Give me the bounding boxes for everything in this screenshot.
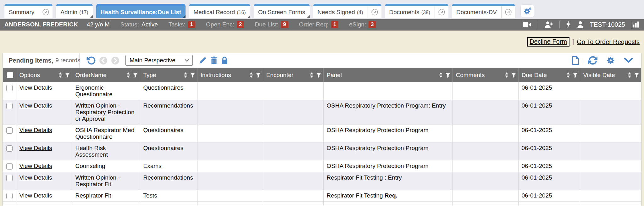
grid-settings-button[interactable] bbox=[606, 56, 615, 65]
filter-icon[interactable] bbox=[445, 72, 451, 78]
tab-external-section[interactable] bbox=[39, 6, 53, 18]
quick-action-button[interactable] bbox=[566, 21, 571, 28]
cell-instructions bbox=[197, 142, 263, 160]
filter-icon[interactable] bbox=[190, 72, 195, 78]
tab[interactable]: Medical Record (16) bbox=[189, 4, 250, 18]
person-add-button[interactable] bbox=[544, 21, 553, 28]
cell-type: Tests bbox=[140, 190, 197, 202]
tab-label: On Screen Forms bbox=[258, 9, 305, 16]
chart-button[interactable] bbox=[631, 21, 640, 28]
view-details-link[interactable]: View Details bbox=[19, 174, 52, 181]
view-details-link[interactable]: View Details bbox=[19, 127, 52, 133]
row-checkbox[interactable] bbox=[6, 175, 13, 181]
cell-order-name: Written Opinion - Respirator Fit bbox=[72, 172, 140, 190]
select-all-checkbox[interactable] bbox=[7, 72, 13, 78]
row-checkbox[interactable] bbox=[6, 145, 13, 152]
filter-icon[interactable] bbox=[256, 72, 261, 78]
decline-form-link[interactable]: Decline Form bbox=[530, 38, 567, 45]
cell-order-name: Counseling bbox=[72, 160, 140, 172]
prev-button[interactable] bbox=[99, 56, 108, 65]
delete-perspective-button[interactable] bbox=[210, 56, 218, 64]
filter-icon[interactable] bbox=[573, 72, 578, 78]
video-camera-button[interactable] bbox=[523, 22, 531, 28]
sort-icon[interactable] bbox=[126, 72, 130, 78]
new-document-icon bbox=[572, 56, 580, 65]
count-badge[interactable]: 2 bbox=[237, 21, 244, 28]
view-details-link[interactable]: View Details bbox=[19, 102, 52, 109]
tab-menu-dogear-icon[interactable] bbox=[307, 15, 310, 18]
column-header[interactable]: OrderName bbox=[72, 68, 140, 82]
sort-icon[interactable] bbox=[183, 72, 188, 78]
column-label: Panel bbox=[327, 72, 342, 79]
tab[interactable]: Summary bbox=[4, 4, 53, 18]
row-checkbox[interactable] bbox=[6, 103, 13, 109]
column-header[interactable]: Visible Date bbox=[580, 68, 641, 82]
tab-settings-button[interactable] bbox=[520, 4, 534, 17]
sort-icon[interactable] bbox=[504, 72, 509, 78]
sort-icon[interactable] bbox=[439, 72, 443, 78]
export-button[interactable] bbox=[572, 56, 580, 65]
view-details-link[interactable]: View Details bbox=[19, 192, 52, 199]
count-badge[interactable]: 1 bbox=[188, 21, 195, 28]
next-button[interactable] bbox=[111, 56, 119, 65]
panel-text: OSHA Respiratory Protection Program bbox=[327, 163, 429, 169]
column-header[interactable]: Options bbox=[16, 68, 72, 82]
row-checkbox[interactable] bbox=[6, 85, 13, 91]
column-header[interactable]: Type bbox=[140, 68, 197, 82]
filter-icon[interactable] bbox=[511, 72, 516, 78]
view-details-link[interactable]: View Details bbox=[19, 145, 52, 151]
tab-external-section[interactable] bbox=[435, 6, 448, 18]
tab-menu-dogear-icon[interactable] bbox=[183, 15, 186, 18]
tab[interactable]: Health Surveillance:Due List bbox=[96, 4, 186, 18]
lock-perspective-button[interactable] bbox=[221, 56, 228, 64]
filter-icon[interactable] bbox=[316, 72, 321, 78]
tab-menu-dogear-icon[interactable] bbox=[90, 15, 93, 18]
cell-comments bbox=[452, 142, 518, 160]
filter-icon[interactable] bbox=[634, 72, 639, 78]
refresh-button[interactable] bbox=[588, 56, 597, 65]
tab-external-section[interactable] bbox=[501, 6, 515, 18]
person-add-icon bbox=[544, 21, 553, 28]
tab-external-section[interactable] bbox=[368, 6, 381, 18]
patient-button[interactable] bbox=[577, 21, 584, 28]
perspective-select[interactable]: Main Perspective bbox=[125, 55, 193, 66]
tab[interactable]: Documents-DV bbox=[452, 4, 515, 18]
column-header[interactable]: Due Date bbox=[518, 68, 580, 82]
tab[interactable]: Needs Signed (4) bbox=[313, 4, 381, 18]
tab-menu-dogear-icon[interactable] bbox=[247, 15, 250, 18]
sort-icon[interactable] bbox=[627, 72, 632, 78]
chevron-down-icon bbox=[185, 59, 189, 62]
cell-encounter bbox=[263, 160, 323, 172]
divider bbox=[538, 21, 538, 28]
count-badge[interactable]: 1 bbox=[331, 21, 338, 28]
column-header[interactable]: Instructions bbox=[197, 68, 263, 82]
column-header[interactable]: Comments bbox=[452, 68, 518, 82]
tab[interactable]: Documents (38) bbox=[385, 4, 449, 18]
table-row: View Details OSHA Respirator Med Questio… bbox=[3, 125, 641, 142]
row-checkbox[interactable] bbox=[6, 193, 13, 199]
filter-icon[interactable] bbox=[65, 72, 70, 78]
go-to-order-requests-link[interactable]: Go To Order Requests bbox=[577, 38, 640, 46]
column-header[interactable]: Panel bbox=[323, 68, 452, 82]
filter-icon[interactable] bbox=[133, 72, 138, 78]
record-count: 9 records bbox=[55, 57, 80, 64]
tab[interactable]: On Screen Forms bbox=[254, 4, 310, 18]
view-details-link[interactable]: View Details bbox=[19, 84, 52, 91]
cell-visible-date bbox=[580, 100, 641, 125]
tab[interactable]: Admin (17) bbox=[56, 4, 92, 18]
count-badge[interactable]: 3 bbox=[369, 21, 376, 28]
count-badge[interactable]: 9 bbox=[281, 21, 288, 28]
collapse-panel-button[interactable] bbox=[624, 58, 633, 63]
cell-comments bbox=[452, 100, 518, 125]
edit-perspective-button[interactable] bbox=[199, 56, 207, 64]
sort-icon[interactable] bbox=[249, 72, 253, 78]
row-checkbox[interactable] bbox=[6, 127, 13, 134]
cell-panel: OSHA Respiratory Protection Program bbox=[323, 142, 452, 160]
sort-icon[interactable] bbox=[566, 72, 570, 78]
view-details-link[interactable]: View Details bbox=[19, 163, 52, 169]
sort-icon[interactable] bbox=[309, 72, 314, 78]
row-checkbox[interactable] bbox=[6, 163, 13, 170]
sort-icon[interactable] bbox=[58, 72, 63, 78]
column-header[interactable]: Encounter bbox=[263, 68, 323, 82]
undo-button[interactable] bbox=[86, 56, 96, 65]
